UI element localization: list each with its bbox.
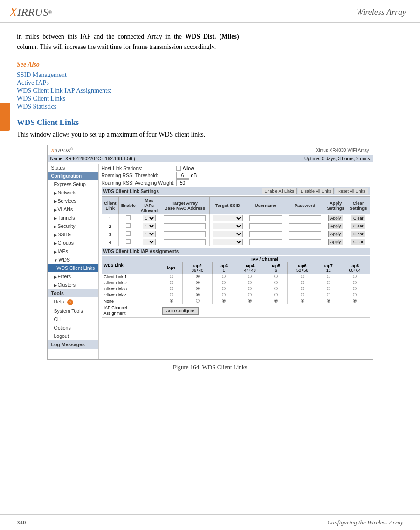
iap-radio-none-7[interactable] [327, 299, 330, 303]
iap-radio-1-6[interactable] [301, 275, 304, 278]
sidebar-item-network[interactable]: ▶Network [48, 188, 98, 197]
clear-button-1[interactable]: Clear [351, 215, 366, 221]
apply-button-4[interactable]: Apply [328, 239, 344, 245]
target-ssid-select-2[interactable] [213, 223, 243, 229]
password-input-1[interactable] [289, 215, 321, 221]
iap-radio-3-8[interactable] [353, 287, 357, 290]
enable-check-1[interactable] [126, 215, 131, 220]
password-input-4[interactable] [289, 239, 321, 245]
iap-radio-3-5[interactable] [274, 287, 278, 290]
see-also-link-wds-client[interactable]: WDS Client Links [17, 95, 403, 103]
iap-radio-4-6[interactable] [301, 293, 304, 296]
allow-checkbox[interactable] [176, 166, 181, 171]
see-also-link-iaps[interactable]: Active IAPs [17, 79, 403, 87]
enable-all-links-button[interactable]: Enable All Links [262, 188, 297, 194]
iap-radio-2-2[interactable] [196, 281, 200, 284]
sidebar-item-filters[interactable]: ▶Filters [48, 272, 98, 281]
sidebar-item-configuration[interactable]: Configuration [48, 172, 98, 180]
clear-button-3[interactable]: Clear [351, 231, 366, 237]
sidebar-item-options[interactable]: Options [48, 324, 98, 332]
sidebar-item-wds-client-links[interactable]: WDS Client Links [48, 264, 98, 272]
target-mac-input-4[interactable] [164, 239, 206, 245]
iap-radio-2-6[interactable] [301, 281, 304, 284]
iap-radio-1-2[interactable] [196, 275, 200, 278]
disable-all-links-button[interactable]: Disable All Links [298, 188, 334, 194]
clear-button-2[interactable]: Clear [351, 223, 366, 229]
rssi-averaging-input[interactable] [176, 179, 189, 186]
enable-check-3[interactable] [126, 231, 131, 236]
iap-radio-none-8[interactable] [353, 299, 357, 303]
enable-check-2[interactable] [126, 223, 131, 228]
clear-button-4[interactable]: Clear [351, 239, 366, 245]
target-mac-input-3[interactable] [164, 231, 206, 237]
iap-radio-2-3[interactable] [222, 281, 226, 284]
iap-radio-3-3[interactable] [222, 287, 226, 290]
iap-radio-4-2[interactable] [196, 293, 200, 296]
iap-radio-4-3[interactable] [222, 293, 226, 296]
sidebar-item-ssids[interactable]: ▶SSIDs [48, 230, 98, 239]
max-iap-select-1[interactable]: 123 [143, 215, 156, 221]
apply-button-3[interactable]: Apply [328, 231, 344, 237]
iap-radio-3-4[interactable] [248, 287, 252, 290]
see-also-link-wds-iap[interactable]: WDS Client Link IAP Assignments: [17, 87, 403, 95]
password-input-2[interactable] [289, 223, 321, 229]
iap-radio-2-1[interactable] [170, 281, 173, 284]
auto-configure-button[interactable]: Auto Configure [162, 307, 199, 315]
sidebar-item-cli[interactable]: CLI [48, 315, 98, 324]
reset-all-links-button[interactable]: Reset All Links [335, 188, 368, 194]
iap-radio-1-3[interactable] [222, 275, 226, 278]
sidebar-item-status[interactable]: Status [48, 164, 98, 172]
iap-radio-3-2[interactable] [196, 287, 200, 290]
iap-radio-none-2[interactable] [196, 299, 200, 303]
iap-radio-3-7[interactable] [327, 287, 330, 290]
sidebar-item-logout[interactable]: Logout [48, 332, 98, 340]
iap-radio-none-4[interactable] [248, 299, 252, 303]
iap-radio-none-3[interactable] [222, 299, 226, 303]
username-input-3[interactable] [249, 231, 282, 237]
iap-radio-2-5[interactable] [274, 281, 278, 284]
target-ssid-select-1[interactable] [213, 215, 243, 221]
sidebar-item-system-tools[interactable]: System Tools [48, 307, 98, 315]
target-mac-input-1[interactable] [164, 215, 206, 221]
max-iap-select-3[interactable]: 123 [143, 231, 156, 237]
max-iap-select-4[interactable]: 123 [143, 239, 156, 245]
iap-radio-1-4[interactable] [248, 275, 252, 278]
sidebar-item-vlans[interactable]: ▶VLANs [48, 205, 98, 213]
enable-check-4[interactable] [126, 239, 131, 244]
sidebar-item-security[interactable]: ▶Security [48, 222, 98, 230]
sidebar-item-groups[interactable]: ▶Groups [48, 239, 98, 247]
sidebar-item-iaps[interactable]: ▶IAPs [48, 247, 98, 255]
sidebar-item-services[interactable]: ▶Services [48, 197, 98, 205]
iap-radio-1-5[interactable] [274, 275, 278, 278]
username-input-4[interactable] [249, 239, 282, 245]
apply-button-2[interactable]: Apply [328, 223, 344, 229]
max-iap-select-2[interactable]: 123 [143, 223, 156, 229]
username-input-2[interactable] [249, 223, 282, 229]
iap-radio-4-1[interactable] [170, 293, 173, 296]
sidebar-item-help[interactable]: Help ? [48, 297, 98, 307]
iap-radio-3-6[interactable] [301, 287, 304, 290]
iap-radio-1-7[interactable] [327, 275, 330, 278]
iap-radio-4-5[interactable] [274, 293, 278, 296]
iap-radio-4-8[interactable] [353, 293, 357, 296]
iap-radio-2-8[interactable] [353, 281, 357, 284]
iap-radio-2-7[interactable] [327, 281, 330, 284]
rssi-threshold-input[interactable] [176, 172, 189, 179]
iap-radio-1-1[interactable] [170, 275, 173, 278]
iap-radio-4-4[interactable] [248, 293, 252, 296]
sidebar-item-express-setup[interactable]: Express Setup [48, 180, 98, 188]
see-also-link-ssid[interactable]: SSID Management [17, 71, 403, 79]
iap-radio-none-5[interactable] [274, 299, 278, 303]
iap-radio-none-6[interactable] [301, 299, 304, 303]
username-input-1[interactable] [249, 215, 282, 221]
apply-button-1[interactable]: Apply [328, 215, 344, 221]
target-mac-input-2[interactable] [164, 223, 206, 229]
see-also-link-wds-stats[interactable]: WDS Statistics [17, 103, 403, 110]
password-input-3[interactable] [289, 231, 321, 237]
iap-radio-1-8[interactable] [353, 275, 357, 278]
target-ssid-select-4[interactable] [213, 239, 243, 245]
sidebar-item-wds[interactable]: ▼WDS [48, 255, 98, 264]
iap-radio-3-1[interactable] [170, 287, 173, 290]
iap-radio-none-1[interactable] [170, 299, 173, 303]
target-ssid-select-3[interactable] [213, 231, 243, 237]
